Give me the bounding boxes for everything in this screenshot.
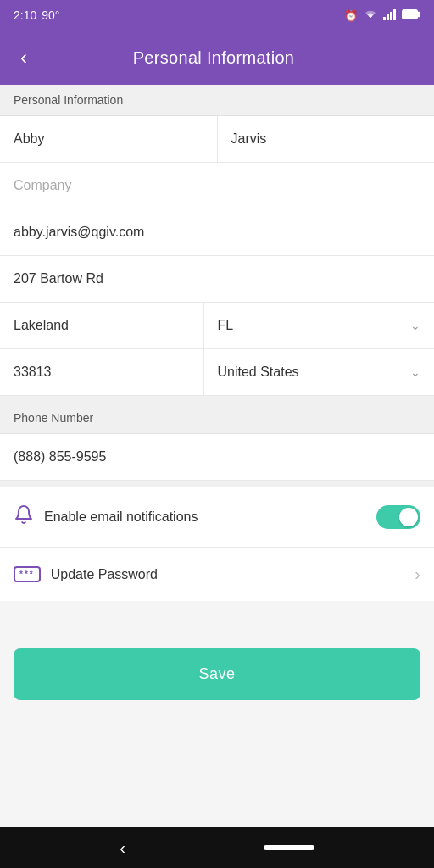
- country-dropdown[interactable]: United States ⌄: [204, 349, 435, 395]
- status-left: 2:10 90°: [14, 8, 59, 22]
- content: Personal Information FL ⌄: [0, 85, 434, 827]
- save-button[interactable]: Save: [14, 648, 420, 700]
- zip-country-row: United States ⌄: [0, 349, 434, 396]
- toggle-section: Enable email notifications *** Update Pa…: [0, 481, 434, 601]
- phone-section: [0, 434, 434, 481]
- svg-rect-2: [390, 12, 392, 20]
- email-input[interactable]: [0, 209, 434, 256]
- update-password-row[interactable]: *** Update Password ›: [0, 548, 434, 601]
- wifi-icon: [363, 8, 378, 23]
- phone-input[interactable]: [0, 434, 434, 481]
- svg-rect-0: [383, 17, 386, 20]
- spacer: [0, 601, 434, 635]
- last-name-input[interactable]: [218, 116, 435, 162]
- name-row: [0, 116, 434, 163]
- state-value: FL: [218, 318, 234, 333]
- country-chevron-icon: ⌄: [410, 365, 420, 379]
- country-value: United States: [218, 364, 299, 380]
- bell-icon: [14, 504, 34, 530]
- first-name-input[interactable]: [0, 116, 217, 162]
- city-state-row: FL ⌄: [0, 303, 434, 349]
- city-cell: [0, 303, 204, 348]
- zip-input[interactable]: [0, 349, 203, 395]
- state-dropdown[interactable]: FL ⌄: [204, 303, 435, 348]
- state-chevron-icon: ⌄: [410, 319, 420, 332]
- status-time: 2:10: [14, 8, 36, 22]
- status-bar: 2:10 90° ⏰: [0, 0, 434, 31]
- back-button[interactable]: ‹: [14, 39, 34, 76]
- arrow-right-icon: ›: [415, 565, 420, 584]
- save-section: Save: [0, 635, 434, 714]
- nav-home-indicator[interactable]: [264, 845, 314, 850]
- svg-rect-3: [393, 9, 396, 20]
- password-icon: ***: [14, 566, 41, 582]
- city-input[interactable]: [0, 303, 203, 348]
- email-notifications-row: Enable email notifications: [0, 487, 434, 548]
- phone-section-label: Phone Number: [0, 396, 434, 434]
- password-badge: ***: [14, 566, 41, 582]
- personal-info-section-label: Personal Information: [0, 85, 434, 116]
- notifications-label: Enable email notifications: [44, 509, 376, 525]
- header: ‹ Personal Information: [0, 31, 434, 85]
- svg-rect-1: [387, 14, 389, 20]
- alarm-icon: ⏰: [344, 9, 358, 22]
- name-section: FL ⌄ United States ⌄: [0, 116, 434, 396]
- nav-back-icon[interactable]: ‹: [120, 838, 125, 858]
- svg-rect-4: [403, 9, 418, 19]
- nav-bar: ‹: [0, 827, 434, 868]
- status-temp: 90°: [42, 8, 59, 22]
- zip-cell: [0, 349, 204, 395]
- update-password-label: Update Password: [51, 567, 415, 582]
- notifications-toggle[interactable]: [376, 505, 420, 529]
- battery-icon: [402, 9, 420, 22]
- signal-icon: [383, 8, 397, 23]
- page-title: Personal Information: [41, 48, 387, 68]
- svg-rect-5: [418, 12, 420, 16]
- company-input[interactable]: [0, 163, 434, 209]
- address-input[interactable]: [0, 256, 434, 303]
- first-name-cell: [0, 116, 218, 162]
- status-right: ⏰: [344, 8, 420, 23]
- last-name-cell: [218, 116, 435, 162]
